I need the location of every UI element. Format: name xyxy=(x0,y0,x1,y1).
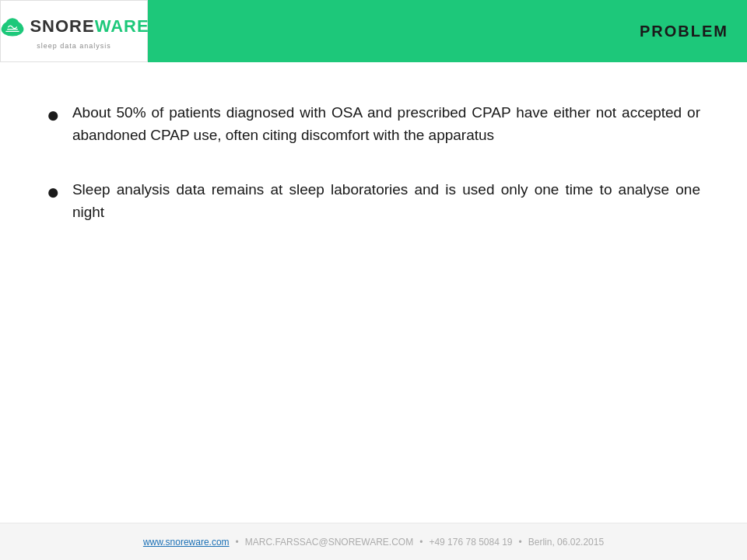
footer-website[interactable]: www.snoreware.com xyxy=(143,537,230,548)
logo-tagline: sleep data analysis xyxy=(37,42,111,50)
footer-sep-1: • xyxy=(236,537,239,548)
svg-point-3 xyxy=(5,18,19,32)
bullet-dot-2: ● xyxy=(47,177,60,207)
logo-ware: WARE xyxy=(95,16,149,36)
bullet-text-2: Sleep analysis data remains at sleep lab… xyxy=(72,178,700,224)
footer: www.snoreware.com • MARC.FARSSAC@SNOREWA… xyxy=(0,523,747,560)
footer-location-date: Berlin, 06.02.2015 xyxy=(528,537,604,548)
list-item: ● About 50% of patients diagnosed with O… xyxy=(47,101,700,147)
footer-email: MARC.FARSSAC@SNOREWARE.COM xyxy=(245,537,413,548)
footer-phone: +49 176 78 5084 19 xyxy=(429,537,512,548)
bullet-text-1: About 50% of patients diagnosed with OSA… xyxy=(72,101,700,147)
footer-sep-3: • xyxy=(519,537,522,548)
list-item: ● Sleep analysis data remains at sleep l… xyxy=(47,178,700,224)
logo-snore: SNORE xyxy=(30,16,94,36)
bullet-dot-1: ● xyxy=(47,100,60,130)
slide-title: PROBLEM xyxy=(640,23,728,40)
header: SNOREWARE sleep data analysis PROBLEM xyxy=(0,0,747,62)
main-content: ● About 50% of patients diagnosed with O… xyxy=(0,62,747,523)
logo-text: SNOREWARE xyxy=(30,16,149,37)
header-green-bar: PROBLEM xyxy=(148,0,747,62)
bullet-list: ● About 50% of patients diagnosed with O… xyxy=(47,101,700,224)
logo-cloud-icon xyxy=(0,12,26,40)
logo-area: SNOREWARE sleep data analysis xyxy=(0,0,148,62)
logo-brand: SNOREWARE xyxy=(0,12,149,40)
footer-sep-2: • xyxy=(419,537,423,548)
